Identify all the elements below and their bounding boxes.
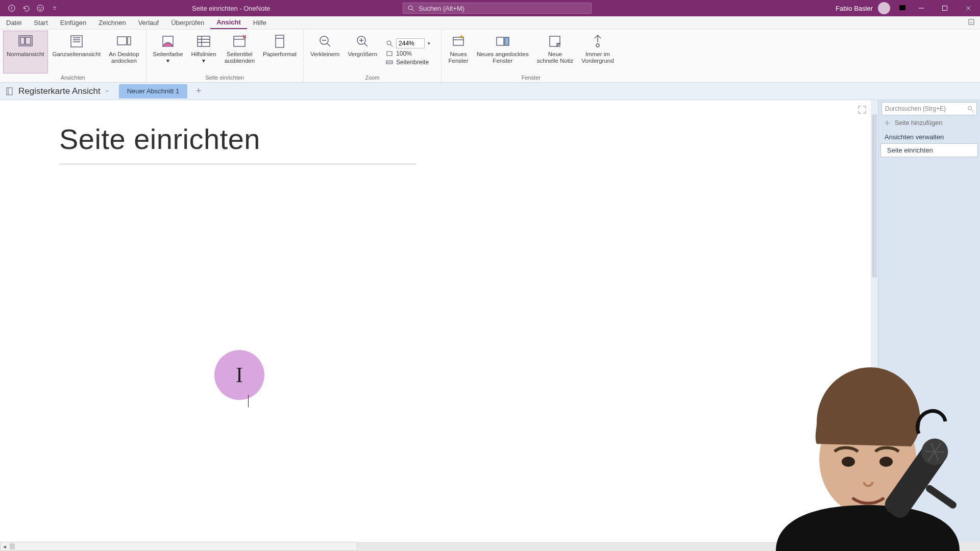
svg-rect-22 — [387, 52, 392, 56]
zoom-100-button[interactable]: 100% — [386, 50, 434, 57]
menu-tab-ansicht[interactable]: Ansicht — [210, 16, 247, 29]
zoom-pagewidth-button[interactable]: Seitenbreite — [386, 59, 434, 66]
menu-tab-start[interactable]: Start — [28, 16, 54, 29]
new-docked-icon — [494, 33, 511, 50]
horizontal-scrollbar[interactable]: ◄ — [0, 542, 357, 551]
avatar[interactable] — [878, 2, 890, 14]
page-canvas[interactable]: Seite einrichten I — [0, 100, 878, 542]
touch-icon[interactable] — [36, 4, 45, 13]
document-title: Seite einrichten — [192, 5, 238, 12]
app-name: OneNote — [243, 5, 270, 12]
undo-icon[interactable] — [21, 4, 31, 13]
svg-rect-25 — [497, 37, 504, 45]
add-section-button[interactable]: + — [192, 85, 205, 97]
vertical-scrollbar[interactable] — [871, 100, 878, 542]
fullpage-view-icon — [68, 33, 85, 50]
paper-size-button[interactable]: Papierformat — [259, 31, 300, 73]
close-button[interactable] — [957, 0, 980, 16]
new-window-button[interactable]: Neues Fenster — [445, 31, 472, 73]
dock-desktop-button[interactable]: An Desktop andocken — [105, 31, 142, 73]
page-title[interactable]: Seite einrichten — [59, 122, 416, 164]
search-placeholder: Suchen (Alt+M) — [419, 5, 464, 12]
svg-rect-13 — [117, 37, 127, 45]
ribbon-group-label: Seite einrichten — [150, 73, 300, 82]
svg-rect-24 — [453, 37, 463, 45]
vertical-scrollbar-thumb[interactable] — [872, 114, 877, 278]
maximize-button[interactable] — [933, 0, 957, 16]
zoom-in-button[interactable]: Vergrößern — [345, 31, 381, 73]
ribbon-group-label: Zoom — [307, 73, 438, 82]
always-on-top-button[interactable]: Immer im Vordergrund — [578, 31, 617, 73]
svg-rect-18 — [276, 35, 284, 47]
scroll-left-icon[interactable]: ◄ — [1, 542, 9, 550]
page-list-item[interactable]: Ansichten verwalten — [878, 131, 980, 143]
svg-point-4 — [408, 6, 412, 10]
page-color-button[interactable]: Seitenfarbe ▾ — [150, 31, 187, 73]
paper-size-icon — [271, 33, 288, 50]
new-window-icon — [450, 33, 467, 50]
zoom-in-icon — [354, 33, 371, 50]
zoom-out-button[interactable]: Verkleinern — [307, 31, 344, 73]
quick-note-icon — [546, 33, 564, 50]
svg-point-21 — [387, 41, 391, 45]
menu-tab-datei[interactable]: Datei — [0, 16, 28, 29]
normal-view-button[interactable]: Normalansicht — [3, 31, 48, 73]
menu-tab-einfügen[interactable]: Einfügen — [54, 16, 92, 29]
normal-view-icon — [17, 33, 34, 50]
back-icon[interactable] — [7, 4, 16, 13]
svg-rect-14 — [128, 37, 131, 45]
svg-rect-11 — [26, 37, 31, 44]
svg-point-3 — [41, 8, 42, 8]
collapse-ribbon-icon[interactable] — [968, 18, 975, 27]
add-page-button[interactable]: Seite hinzufügen — [878, 115, 980, 131]
section-tab[interactable]: Neuer Abschnitt 1 — [119, 84, 188, 98]
svg-point-2 — [39, 8, 40, 8]
svg-rect-16 — [198, 36, 210, 46]
menu-tab-verlauf[interactable]: Verlauf — [132, 16, 165, 29]
minimize-button[interactable] — [910, 0, 933, 16]
zoom-value-field[interactable]: ▾ — [386, 38, 434, 48]
new-docked-button[interactable]: Neues angedocktes Fenster — [473, 31, 532, 73]
menu-tab-hilfe[interactable]: Hilfe — [247, 16, 273, 29]
svg-point-28 — [596, 44, 599, 47]
svg-rect-10 — [20, 37, 24, 44]
qat-more-icon[interactable] — [50, 4, 59, 13]
user-name[interactable]: Fabio Basler — [836, 5, 873, 12]
svg-rect-6 — [900, 6, 903, 8]
svg-rect-26 — [505, 37, 509, 45]
notebook-selector[interactable]: Registerkarte Ansicht — [5, 86, 110, 96]
svg-point-30 — [968, 107, 972, 110]
page-color-icon — [159, 33, 177, 50]
page-list-item[interactable]: Seite einrichten — [880, 143, 978, 157]
ribbon-display-icon[interactable] — [898, 4, 906, 13]
highlight-cursor-icon: I — [214, 350, 264, 400]
text-caret — [248, 395, 249, 407]
svg-rect-29 — [7, 88, 12, 95]
ribbon-group-label: Fenster — [445, 73, 618, 82]
rule-lines-button[interactable]: Hilfslinien ▾ — [187, 31, 219, 73]
fullpage-view-button[interactable]: Ganzseitenansicht — [49, 31, 105, 73]
hide-title-icon — [231, 33, 248, 50]
menu-tab-zeichnen[interactable]: Zeichnen — [92, 16, 132, 29]
hide-title-button[interactable]: Seitentitel ausblenden — [221, 31, 258, 73]
svg-point-0 — [9, 5, 15, 11]
svg-rect-7 — [943, 6, 947, 11]
horizontal-scrollbar-thumb[interactable] — [10, 543, 15, 549]
menu-tab-überprüfen[interactable]: Überprüfen — [165, 16, 210, 29]
always-on-top-icon — [589, 33, 606, 50]
rule-lines-icon — [195, 33, 212, 50]
global-search[interactable]: Suchen (Alt+M) — [403, 3, 592, 14]
svg-point-1 — [37, 5, 43, 11]
zoom-input[interactable] — [396, 38, 425, 48]
fullscreen-toggle-icon[interactable] — [857, 105, 867, 116]
zoom-out-icon — [316, 33, 334, 50]
pages-search[interactable]: Durchsuchen (Strg+E) — [881, 102, 977, 115]
ribbon-group-label: Ansichten — [3, 73, 143, 82]
dock-desktop-icon — [115, 33, 133, 50]
quick-note-button[interactable]: Neue schnelle Notiz — [533, 31, 577, 73]
